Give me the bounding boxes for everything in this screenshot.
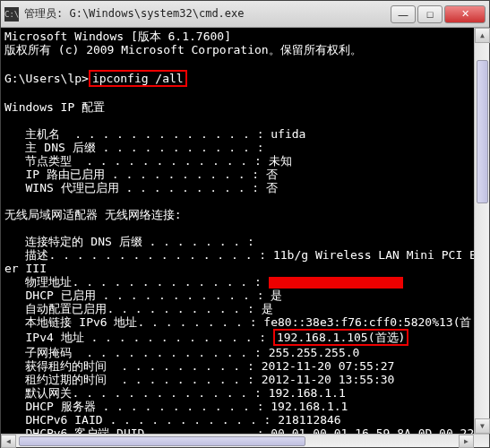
- wins-proxy-value: 否: [266, 181, 278, 194]
- duid-label: DHCPv6 客户端 DUID . . . . . . . :: [4, 426, 271, 434]
- lease-obt-label: 获得租约的时间 . . . . . . . . . :: [4, 359, 262, 373]
- subnet-value: 255.255.255.0: [269, 346, 360, 359]
- scroll-up-icon[interactable]: ▲: [475, 28, 490, 43]
- dhcp-en-label: DHCP 已启用 . . . . . . . . . . . :: [4, 289, 271, 302]
- command-text: ipconfig /all: [92, 72, 184, 85]
- scroll-right-icon[interactable]: ▶: [459, 435, 474, 448]
- maximize-button[interactable]: □: [417, 5, 443, 23]
- gateway-label: 默认网关. . . . . . . . . . . . . :: [4, 386, 269, 400]
- autoconf-label: 自动配置已启用. . . . . . . . . . :: [4, 302, 262, 315]
- scroll-thumb-v[interactable]: [477, 60, 488, 203]
- window-buttons: — □ ✕: [391, 5, 486, 23]
- dhcp-srv-label: DHCP 服务器 . . . . . . . . . . . :: [4, 400, 271, 413]
- close-button[interactable]: ✕: [444, 5, 486, 23]
- subnet-label: 子网掩码 . . . . . . . . . . . . :: [4, 346, 269, 359]
- dhcp-en-value: 是: [271, 289, 282, 302]
- node-type-label: 节点类型 . . . . . . . . . . . . :: [4, 154, 269, 168]
- ipv4-label: IPv4 地址 . . . . . . . . . . . . :: [4, 331, 273, 344]
- titlebar[interactable]: C:\ 管理员: G:\Windows\system32\cmd.exe — □…: [1, 1, 489, 28]
- ipv6ll-label: 本地链接 IPv6 地址. . . . . . . . :: [4, 315, 263, 329]
- header-line1: Microsoft Windows [版本 6.1.7600]: [4, 30, 231, 43]
- mac-redacted: [269, 277, 403, 289]
- iaid-value: 218112846: [278, 413, 340, 426]
- header-line2: 版权所有 (c) 2009 Microsoft Corporation。保留所有…: [4, 43, 362, 56]
- scroll-thumb-h[interactable]: [19, 436, 305, 446]
- command-highlight: ipconfig /all: [89, 70, 187, 87]
- hostname-value: ufida: [271, 127, 305, 141]
- desc-value: 11b/g Wireless LAN Mini PCI Ex: [273, 248, 474, 262]
- dhcp-srv-value: 192.168.1.1: [271, 400, 348, 413]
- prompt: G:\Users\lp>: [4, 72, 89, 85]
- scroll-down-icon[interactable]: ▼: [475, 418, 490, 434]
- app-icon: C:\: [4, 7, 19, 22]
- autoconf-value: 是: [262, 302, 273, 315]
- ipv6ll-value: fe80::38e3:f76:cff0:5820%13(首: [263, 315, 471, 329]
- desc-label: 描述. . . . . . . . . . . . . . . :: [4, 248, 273, 262]
- terminal-area[interactable]: Microsoft Windows [版本 6.1.7600] 版权所有 (c)…: [1, 28, 474, 434]
- dns-suffix-label: 主 DNS 后缀 . . . . . . . . . . . :: [4, 141, 263, 154]
- window-title: 管理员: G:\Windows\system32\cmd.exe: [24, 6, 391, 22]
- section-ipconfig: Windows IP 配置: [4, 100, 105, 114]
- hostname-label: 主机名 . . . . . . . . . . . . . :: [4, 127, 271, 141]
- node-type-value: 未知: [269, 154, 292, 168]
- vertical-scrollbar[interactable]: ▲ ▼: [474, 28, 489, 434]
- lease-exp-label: 租约过期的时间 . . . . . . . . . :: [4, 373, 262, 386]
- desc-cont: er III: [4, 262, 47, 275]
- phys-label: 物理地址. . . . . . . . . . . . . :: [4, 275, 269, 289]
- ip-route-value: 否: [266, 168, 278, 181]
- horizontal-scrollbar[interactable]: ◀ ▶: [1, 434, 489, 447]
- ip-route-label: IP 路由已启用 . . . . . . . . . . :: [4, 168, 266, 181]
- minimize-button[interactable]: —: [391, 5, 416, 23]
- ipv4-value: 192.168.1.105(首选): [277, 331, 405, 344]
- lease-obt-value: 2012-11-20 07:55:27: [262, 359, 395, 373]
- gateway-value: 192.168.1.1: [269, 386, 346, 400]
- conn-dns-label: 连接特定的 DNS 后缀 . . . . . . . :: [4, 235, 254, 248]
- scroll-left-icon[interactable]: ◀: [1, 435, 16, 448]
- duid-value: 00-01-00-01-16-59-8A-0D-00-22-: [271, 426, 474, 434]
- lease-exp-value: 2012-11-20 13:55:30: [262, 373, 395, 386]
- iaid-label: DHCPv6 IAID . . . . . . . . . . . :: [4, 413, 278, 426]
- cmd-window: C:\ 管理员: G:\Windows\system32\cmd.exe — □…: [0, 0, 490, 448]
- ipv4-highlight: 192.168.1.105(首选): [273, 329, 408, 346]
- section-adapter: 无线局域网适配器 无线网络连接:: [4, 208, 182, 221]
- wins-proxy-label: WINS 代理已启用 . . . . . . . . . :: [4, 181, 266, 194]
